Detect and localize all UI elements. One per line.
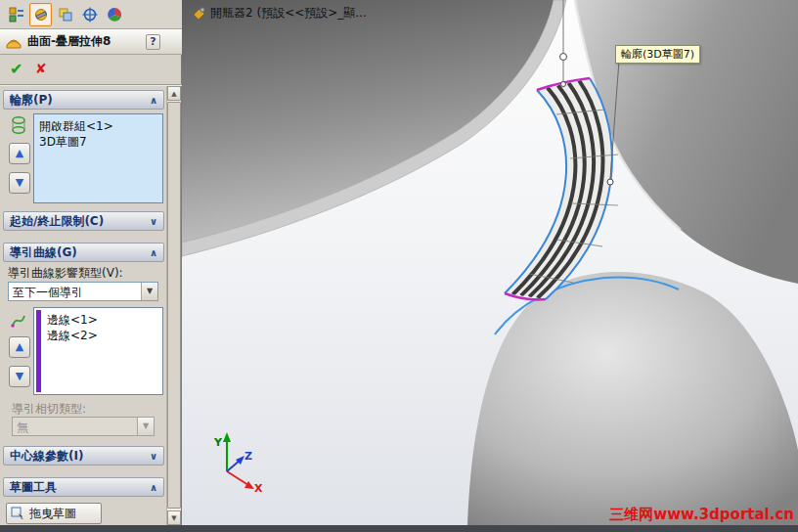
panel-title: 曲面-疊層拉伸8 (27, 33, 111, 50)
guide-tangency-label: 導引相切類型: (12, 401, 86, 418)
chevron-up-icon: ∧ (150, 479, 157, 497)
ok-cancel-row: ✔ ✘ (0, 55, 182, 86)
drag-sketch-button[interactable]: 拖曳草圖 (6, 503, 102, 524)
solidworks-window: 曲面-疊層拉伸8 ? ✔ ✘ 輪廓(P) ∧ ▲ ▼ 開啟群組<1> 3D草圖7… (0, 0, 798, 532)
panel-scrollbar[interactable]: ▲ ▼ (166, 86, 181, 525)
section-header-profiles[interactable]: 輪廓(P) ∧ (3, 90, 164, 110)
guides-move-up-button[interactable]: ▲ (9, 336, 30, 358)
callout-anchor[interactable] (607, 179, 613, 185)
surface-loft-icon (5, 33, 22, 50)
ok-button[interactable]: ✔ (10, 60, 22, 78)
guide-influence-dropdown[interactable]: 至下一個導引 ▼ (8, 282, 158, 301)
guide-influence-label: 導引曲線影響類型(V): (8, 265, 123, 282)
configurationmanager-icon (58, 7, 73, 22)
dimxpert-target-icon (82, 7, 98, 22)
profiles-item[interactable]: 開啟群組<1> (34, 118, 162, 134)
profiles-listbox[interactable]: 開啟群組<1> 3D草圖7 (33, 113, 163, 203)
guide-curves-icon (10, 311, 27, 329)
connector-handle[interactable] (561, 82, 566, 87)
dropdown-arrow-icon[interactable]: ▼ (141, 283, 157, 300)
guide-color-bar (36, 310, 41, 392)
profiles-move-up-button[interactable]: ▲ (9, 143, 30, 164)
chevron-down-icon: ∨ (150, 213, 157, 231)
help-button[interactable]: ? (146, 34, 160, 50)
triad-z-label: Z (244, 450, 252, 463)
manager-tabs-row (0, 0, 182, 29)
section-header-centerline[interactable]: 中心線參數(I) ∨ (3, 446, 164, 466)
profiles-move-down-button[interactable]: ▼ (9, 172, 30, 194)
propertymanager-icon (33, 7, 49, 22)
profile-callout[interactable]: 輪廓(3D草圖7) (615, 45, 700, 64)
drag-sketch-icon (10, 506, 25, 521)
part-document-icon (192, 6, 206, 21)
chevron-down-icon: ∨ (150, 448, 157, 466)
model-lower-lobe[interactable] (467, 272, 798, 525)
guide-tangency-dropdown: 無 ▼ (12, 417, 155, 436)
profiles-item[interactable]: 3D草圖7 (34, 134, 162, 150)
guide-curves-listbox[interactable]: 邊線<1> 邊線<2> (33, 307, 163, 395)
tab-featuremanager[interactable] (5, 3, 27, 26)
scroll-up-icon[interactable]: ▲ (167, 86, 181, 101)
scrollbar-thumb[interactable] (167, 102, 181, 509)
section-header-sketch-tools[interactable]: 草圖工具 ∧ (3, 477, 164, 497)
triad-x-label: X (254, 482, 263, 495)
tab-dimxpertmanager[interactable] (78, 3, 101, 26)
guide-item[interactable]: 邊線<2> (34, 328, 162, 343)
feature-tree-root[interactable]: 開瓶器2 (預設<<預設>_顯... (192, 5, 367, 22)
loft-profiles-icon (9, 114, 28, 136)
model-upper-surface[interactable] (182, 0, 554, 243)
section-header-guide-curves[interactable]: 導引曲線(G) ∧ (3, 243, 164, 262)
tab-displaymanager[interactable] (103, 3, 125, 26)
orientation-triad: Y X Z (213, 432, 263, 495)
featuremanager-tree-icon (9, 7, 24, 22)
propertymanager-titlebar: 曲面-疊層拉伸8 ? (0, 29, 182, 55)
scroll-down-icon[interactable]: ▼ (167, 510, 181, 525)
section-header-start-end[interactable]: 起始/終止限制(C) ∨ (3, 211, 164, 231)
guide-item[interactable]: 邊線<1> (34, 312, 162, 328)
connector-handle[interactable] (560, 54, 567, 61)
guides-move-down-button[interactable]: ▼ (9, 366, 30, 387)
3d-scene: Y X Z (182, 0, 798, 525)
property-manager-panel: 曲面-疊層拉伸8 ? ✔ ✘ 輪廓(P) ∧ ▲ ▼ 開啟群組<1> 3D草圖7… (0, 0, 182, 525)
chevron-up-icon: ∧ (150, 244, 157, 262)
dropdown-arrow-icon: ▼ (137, 418, 154, 435)
watermark-text: 三维网www.3dportal.cn (609, 506, 794, 524)
tab-configurationmanager[interactable] (54, 3, 76, 26)
chevron-up-icon: ∧ (150, 92, 157, 110)
cancel-button[interactable]: ✘ (35, 61, 47, 76)
graphics-viewport[interactable]: Y X Z 開瓶器2 (預設<<預設>_顯... 輪廓(3D草圖7) 三维网ww… (182, 0, 798, 525)
window-bottom-edge (0, 525, 798, 532)
tab-propertymanager[interactable] (29, 3, 52, 26)
displaymanager-sphere-icon (107, 7, 122, 22)
triad-y-label: Y (213, 436, 223, 449)
